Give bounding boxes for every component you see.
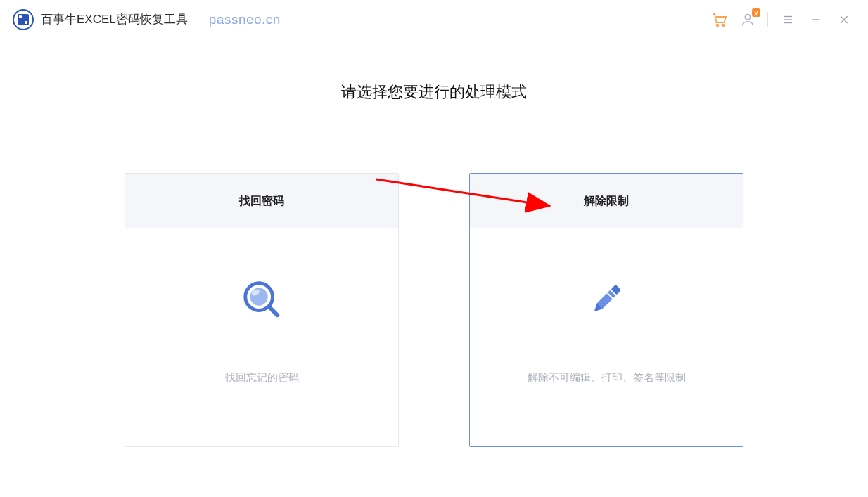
user-button[interactable]: V (734, 6, 762, 34)
app-title: 百事牛EXCEL密码恢复工具 (41, 11, 188, 27)
minimize-icon (810, 14, 822, 25)
app-header: 百事牛EXCEL密码恢复工具 passneo.cn V (0, 0, 868, 39)
card-desc: 解除不可编辑、打印、签名等限制 (528, 371, 686, 385)
header-actions: V (706, 0, 858, 39)
card-remove-restriction[interactable]: 解除限制 解除不可编辑、打印、签名等限制 (469, 173, 743, 447)
card-title: 找回密码 (125, 174, 398, 228)
card-recover-password[interactable]: 找回密码 找回忘记的密码 (125, 173, 399, 447)
card-title: 解除限制 (470, 174, 743, 228)
app-logo-icon (13, 9, 34, 30)
cart-button[interactable] (706, 6, 734, 34)
svg-rect-14 (597, 290, 616, 309)
menu-button[interactable] (774, 6, 802, 34)
close-icon (838, 14, 850, 25)
mode-cards: 找回密码 找回忘记的密码 解除限制 (0, 173, 868, 447)
menu-icon (781, 13, 794, 26)
main-content: 请选择您要进行的处理模式 找回密码 找回忘记的密码 解除限制 (0, 39, 868, 447)
pencil-icon (584, 277, 629, 322)
brand: 百事牛EXCEL密码恢复工具 passneo.cn (13, 9, 281, 30)
vip-badge: V (752, 8, 760, 17)
svg-point-2 (745, 15, 750, 20)
site-url[interactable]: passneo.cn (209, 12, 281, 27)
card-body: 找回忘记的密码 (125, 228, 398, 446)
svg-line-12 (270, 307, 278, 315)
close-button[interactable] (830, 6, 858, 34)
cart-icon (711, 11, 728, 28)
minimize-button[interactable] (802, 6, 830, 34)
card-desc: 找回忘记的密码 (225, 371, 299, 385)
separator (767, 12, 768, 27)
page-heading: 请选择您要进行的处理模式 (0, 82, 868, 103)
svg-point-0 (717, 25, 719, 27)
search-icon (239, 277, 284, 322)
svg-point-1 (722, 25, 725, 27)
card-body: 解除不可编辑、打印、签名等限制 (470, 228, 743, 446)
